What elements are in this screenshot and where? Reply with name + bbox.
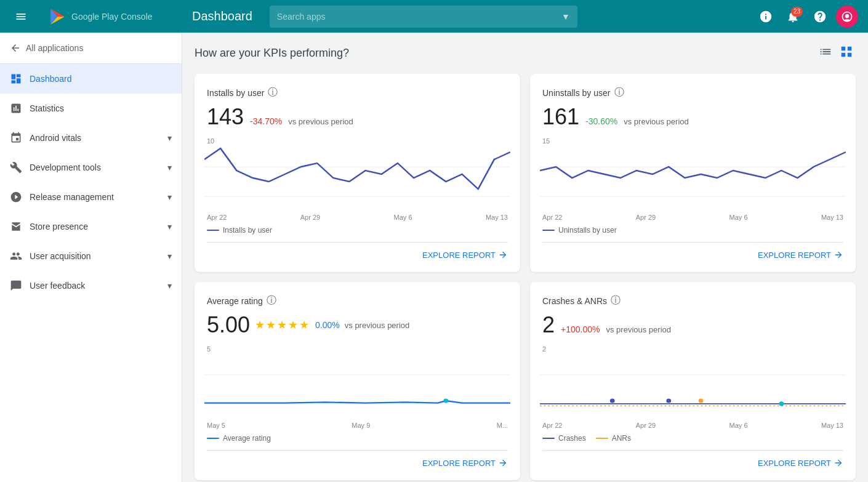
user-avatar[interactable]: [836, 6, 858, 28]
grid-view-button[interactable]: [837, 42, 856, 64]
kpi-card-installs: Installs by user ⓘ 143 -34.70% vs previo…: [195, 74, 520, 272]
app-logo: Google Play Console: [10, 6, 192, 28]
notification-badge: 23: [791, 7, 803, 17]
help-button[interactable]: [809, 6, 831, 28]
store-presence-arrow[interactable]: ▾: [167, 222, 172, 231]
card-header-installs: Installs by user ⓘ: [207, 86, 508, 99]
anrs-legend-label: ANRs: [612, 434, 631, 443]
store-presence-icon: [10, 220, 22, 233]
info-button[interactable]: [755, 6, 777, 28]
rating-chart: 5: [204, 345, 510, 419]
installs-period: vs previous period: [288, 117, 353, 126]
search-bar[interactable]: ▼: [270, 6, 577, 28]
rating-value-row: 5.00 ★★★★★ 0.00% vs previous period: [207, 312, 508, 338]
sidebar-label-dashboard: Dashboard: [30, 74, 72, 84]
logo-text-part2: Console: [121, 12, 152, 22]
content-header: How are your KPIs performing?: [195, 42, 856, 64]
card-header-rating: Average rating ⓘ: [207, 294, 508, 307]
sidebar-item-dashboard[interactable]: Dashboard: [0, 64, 182, 94]
installs-explore-arrow: [498, 250, 508, 260]
crashes-change: +100.00%: [561, 324, 600, 334]
sidebar-item-user-feedback[interactable]: User feedback ▾: [0, 271, 182, 300]
main-content: How are your KPIs performing? Installs b…: [182, 33, 868, 482]
crashes-explore-link[interactable]: EXPLORE REPORT: [542, 450, 843, 468]
kpi-grid: Installs by user ⓘ 143 -34.70% vs previo…: [195, 74, 856, 480]
crashes-legend-label: Crashes: [558, 434, 586, 443]
rating-change: 0.00%: [315, 320, 340, 330]
sidebar-item-user-acquisition[interactable]: User acquisition ▾: [0, 241, 182, 271]
list-view-button[interactable]: [816, 42, 835, 64]
crashes-legend-line: [542, 438, 555, 439]
uninstalls-legend-line: [542, 230, 555, 231]
search-dropdown-arrow[interactable]: ▼: [561, 12, 570, 22]
installs-legend-line: [207, 230, 219, 231]
rating-x-labels: May 5 May 9 M...: [207, 422, 508, 429]
sidebar-label-android-vitals: Android vitals: [30, 133, 81, 143]
rating-chart-max: 5: [207, 345, 211, 353]
installs-sparkline: [204, 137, 510, 211]
hamburger-menu[interactable]: [10, 6, 32, 28]
crashes-explore-text: EXPLORE REPORT: [758, 459, 831, 468]
uninstalls-legend: Uninstalls by user: [542, 226, 843, 235]
installs-legend-label: Installs by user: [223, 226, 272, 235]
installs-legend: Installs by user: [207, 226, 508, 235]
back-icon: [10, 42, 21, 54]
release-management-icon: [10, 191, 22, 203]
header-center: Dashboard ▼: [192, 6, 755, 28]
development-tools-arrow[interactable]: ▾: [167, 163, 172, 172]
sidebar-item-release-management[interactable]: Release management ▾: [0, 182, 182, 212]
uninstalls-chart: 15: [540, 137, 846, 211]
uninstalls-value: 161: [542, 104, 579, 130]
crashes-legend: Crashes ANRs: [542, 434, 843, 443]
sidebar-label-store-presence: Store presence: [30, 222, 88, 231]
notification-button[interactable]: 23: [782, 6, 804, 28]
card-header-crashes: Crashes & ANRs ⓘ: [542, 294, 843, 307]
android-vitals-arrow[interactable]: ▾: [167, 133, 172, 143]
anrs-legend-line: [596, 438, 608, 439]
sidebar-label-statistics: Statistics: [30, 103, 64, 113]
sidebar-item-statistics[interactable]: Statistics: [0, 94, 182, 123]
sidebar-item-store-presence[interactable]: Store presence ▾: [0, 212, 182, 241]
development-tools-icon: [10, 161, 22, 174]
rating-info-icon[interactable]: ⓘ: [267, 294, 276, 307]
card-title-rating: Average rating: [207, 296, 263, 306]
sidebar-item-development-tools[interactable]: Development tools ▾: [0, 153, 182, 182]
sidebar-item-android-vitals[interactable]: Android vitals ▾: [0, 123, 182, 153]
release-management-arrow[interactable]: ▾: [167, 192, 172, 202]
crashes-value-row: 2 +100.00% vs previous period: [542, 312, 843, 338]
card-title-crashes: Crashes & ANRs: [542, 296, 607, 306]
uninstalls-info-icon[interactable]: ⓘ: [614, 86, 624, 99]
back-label: All applications: [26, 43, 83, 53]
sidebar-label-user-acquisition: User acquisition: [30, 251, 91, 261]
rating-legend-line: [207, 438, 219, 439]
rating-stars: ★★★★★: [255, 318, 310, 332]
rating-explore-link[interactable]: EXPLORE REPORT: [207, 450, 508, 468]
rating-explore-arrow: [498, 458, 508, 468]
uninstalls-chart-max: 15: [542, 137, 550, 145]
header-icons: 23: [755, 6, 858, 28]
page-title: Dashboard: [192, 9, 252, 23]
crashes-x-labels: Apr 22 Apr 29 May 6 May 13: [542, 422, 843, 429]
search-input[interactable]: [277, 12, 561, 22]
uninstalls-legend-label: Uninstalls by user: [558, 226, 617, 235]
app-header: Google Play Console Dashboard ▼ 23: [0, 0, 868, 33]
back-to-all-apps[interactable]: All applications: [0, 33, 182, 64]
view-toggle: [816, 42, 856, 64]
user-feedback-arrow[interactable]: ▾: [167, 281, 172, 291]
android-vitals-icon: [10, 132, 22, 144]
svg-point-14: [666, 398, 671, 403]
crashes-info-icon[interactable]: ⓘ: [611, 294, 621, 307]
installs-chart-max: 10: [207, 137, 214, 145]
svg-point-18: [779, 401, 784, 406]
uninstalls-value-row: 161 -30.60% vs previous period: [542, 104, 843, 130]
installs-explore-link[interactable]: EXPLORE REPORT: [207, 242, 508, 260]
installs-info-icon[interactable]: ⓘ: [268, 86, 278, 99]
dashboard-icon: [10, 73, 22, 85]
user-acquisition-arrow[interactable]: ▾: [167, 251, 172, 261]
uninstalls-explore-text: EXPLORE REPORT: [758, 251, 831, 260]
main-layout: All applications Dashboard Statistics An…: [0, 33, 868, 482]
uninstalls-explore-link[interactable]: EXPLORE REPORT: [542, 242, 843, 260]
kpi-card-crashes: Crashes & ANRs ⓘ 2 +100.00% vs previous …: [530, 282, 856, 480]
svg-point-13: [610, 398, 615, 403]
installs-value: 143: [207, 104, 244, 130]
